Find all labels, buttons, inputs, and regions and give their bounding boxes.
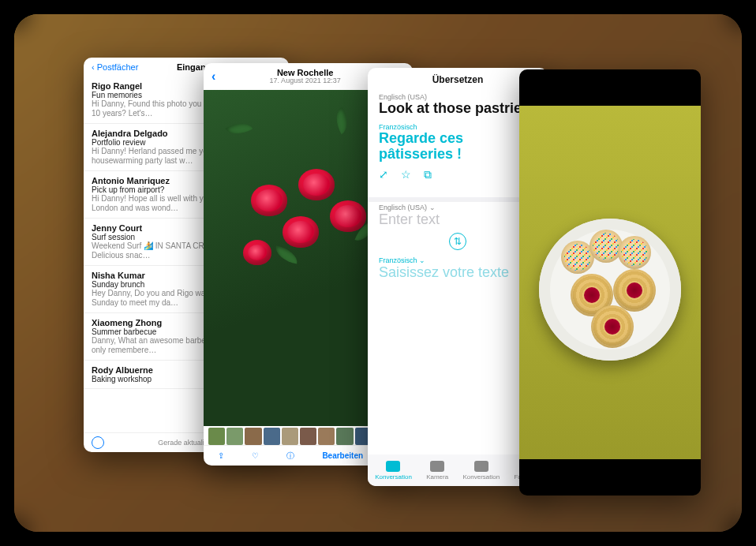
tab-label: Konversation [375, 473, 412, 481]
photo-thumbnail[interactable] [282, 428, 298, 445]
photo-thumbnail[interactable] [208, 428, 225, 445]
swap-icon[interactable]: ⇅ [449, 233, 466, 250]
chevron-left-icon: ‹ [92, 62, 97, 72]
source-text: Look at those pastries! [379, 101, 537, 117]
heart-icon[interactable]: ♡ [252, 451, 259, 460]
home-screen-background: ✉︎ Mail Eingang ‹ Postfächer Eingang Rig… [14, 14, 742, 532]
tab-conversation2[interactable]: Konversation [462, 461, 500, 481]
people-icon [474, 461, 488, 472]
camera-icon [430, 461, 444, 472]
input-source-lang-label: Englisch (USA) [379, 204, 427, 211]
input-target-lang-label: Französisch [379, 256, 417, 264]
photo-thumbnail[interactable] [336, 428, 353, 445]
target-text-value: Regarde ces pâtisseries ! [379, 130, 463, 162]
photo-thumbnail[interactable] [300, 428, 316, 445]
chevron-down-icon: ⌄ [419, 256, 425, 264]
photo-thumbnail[interactable] [226, 428, 243, 445]
plate [539, 219, 681, 361]
mail-back-label: Postfächer [97, 62, 139, 72]
filter-icon[interactable] [92, 436, 104, 449]
source-text-input[interactable]: Enter text [379, 211, 537, 228]
target-text-input[interactable]: Saisissez votre texte [379, 264, 537, 281]
mail-back-button[interactable]: ‹ Postfächer [92, 62, 138, 72]
edit-button[interactable]: Bearbeiten [322, 451, 363, 460]
share-icon[interactable]: ⇪ [218, 451, 224, 460]
input-target-lang[interactable]: Französisch ⌄ 🎤︎ [379, 256, 537, 264]
photo-thumbnail[interactable] [318, 428, 335, 445]
photo-thumbnail[interactable] [264, 428, 280, 445]
note-image[interactable] [519, 106, 701, 459]
ipad-frame: ✉︎ Mail Eingang ‹ Postfächer Eingang Rig… [0, 0, 756, 546]
tab-conversation[interactable]: Konversation [375, 461, 412, 481]
chevron-down-icon: ⌄ [429, 204, 436, 211]
input-source-lang[interactable]: Englisch (USA) ⌄ 🎤︎ [379, 204, 537, 211]
translate-title: Übersetzen [432, 74, 484, 85]
photos-back-button[interactable]: ‹ [211, 69, 215, 84]
expand-icon[interactable]: ⤢ [379, 168, 388, 181]
info-icon[interactable]: ⓘ [286, 451, 294, 462]
star-icon[interactable]: ☆ [401, 168, 411, 181]
target-text: Regarde ces pâtisseries ! [379, 131, 537, 163]
tab-label: Kamera [426, 473, 448, 481]
source-text-value: Look at those pastries! [379, 100, 534, 116]
chat-icon [386, 461, 400, 472]
photo-thumbnail[interactable] [245, 428, 261, 445]
app-card-notes[interactable]: Notizen Baking Inspiration [519, 69, 701, 496]
tab-camera[interactable]: Kamera [426, 461, 448, 481]
copy-icon[interactable]: ⧉ [424, 168, 432, 181]
tab-label: Konversation [462, 473, 500, 481]
photo-date: 17. August 2021 12:37 [270, 77, 341, 85]
